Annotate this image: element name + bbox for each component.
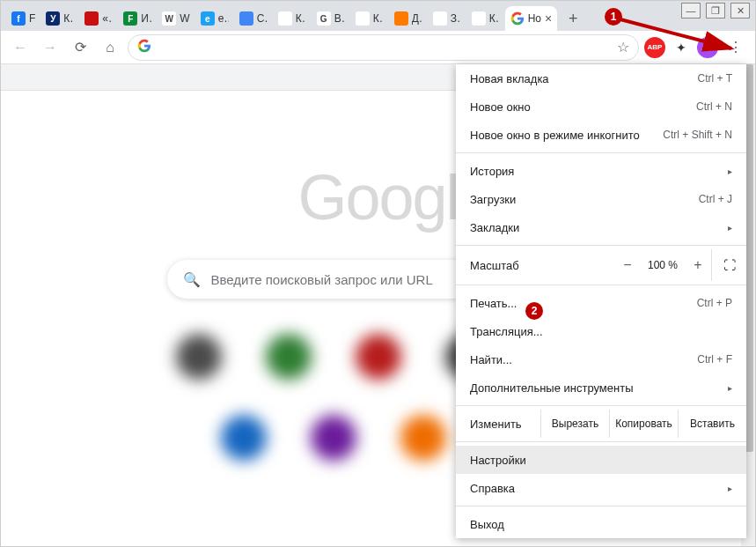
- copy-button[interactable]: Копировать: [609, 410, 678, 438]
- tab[interactable]: Ка: [350, 6, 389, 31]
- tab[interactable]: УКу: [40, 6, 79, 31]
- cut-button[interactable]: Вырезать: [540, 410, 609, 438]
- tab-label: Вс: [334, 12, 345, 25]
- favicon: F: [123, 11, 137, 26]
- tab-label: Ка: [373, 12, 384, 25]
- tab[interactable]: Ка: [273, 6, 312, 31]
- zoom-in-button[interactable]: +: [685, 257, 711, 273]
- tab[interactable]: eeT: [195, 6, 234, 31]
- tab-label: Да: [412, 12, 422, 25]
- menu-incognito[interactable]: Новое окно в режиме инкогнитоCtrl + Shif…: [456, 121, 746, 149]
- tab[interactable]: Сп: [234, 6, 273, 31]
- tab-active[interactable]: Но×: [505, 6, 558, 31]
- tab[interactable]: GВс: [312, 6, 350, 31]
- tab-label: eT: [218, 12, 229, 25]
- menu-separator: [456, 441, 746, 442]
- google-icon: [137, 39, 151, 56]
- omnibox[interactable]: ☆: [128, 34, 639, 61]
- favicon: G: [317, 11, 331, 26]
- favicon: [394, 11, 408, 26]
- menu-cast[interactable]: Трансляция...: [456, 317, 746, 345]
- favicon: e: [201, 11, 215, 26]
- tab-label: F: [29, 12, 35, 25]
- zoom-value: 100 %: [641, 259, 685, 271]
- tab-label: За: [451, 12, 461, 25]
- tab-label: Ка: [296, 12, 306, 25]
- favicon: У: [46, 11, 60, 26]
- menu-separator: [456, 152, 746, 153]
- menu-separator: [456, 245, 746, 246]
- menu-help[interactable]: Справка▸: [456, 474, 746, 502]
- tab[interactable]: Да: [389, 6, 428, 31]
- tab-label: Ка: [489, 12, 500, 25]
- tab[interactable]: fF: [6, 6, 40, 31]
- shortcut-tile[interactable]: [356, 334, 401, 380]
- paste-button[interactable]: Вставить: [678, 410, 746, 438]
- shortcut-tile[interactable]: [221, 415, 267, 461]
- chevron-right-icon: ▸: [728, 484, 732, 493]
- menu-print[interactable]: Печать...Ctrl + P: [456, 289, 746, 317]
- tab-label: Сп: [257, 12, 268, 25]
- tab-label: Но: [528, 12, 541, 25]
- home-button[interactable]: ⌂: [98, 35, 122, 60]
- favicon: [278, 11, 292, 26]
- favicon: [356, 11, 370, 26]
- annotation-2: 2: [525, 302, 543, 320]
- edit-label: Изменить: [470, 418, 540, 431]
- menu-settings[interactable]: Настройки: [456, 446, 746, 474]
- forward-button[interactable]: →: [38, 35, 62, 60]
- new-tab-button[interactable]: +: [561, 6, 585, 31]
- shortcut-tile[interactable]: [176, 334, 222, 380]
- svg-line-1: [617, 18, 731, 48]
- tab-label: Ил: [141, 12, 151, 25]
- tab[interactable]: «Т: [79, 6, 118, 31]
- annotation-arrow: [608, 10, 740, 54]
- favicon: [239, 11, 253, 26]
- search-placeholder: Введите поисковый запрос или URL: [211, 272, 433, 287]
- menu-separator: [456, 285, 746, 285]
- reload-button[interactable]: ⟳: [68, 35, 92, 60]
- favicon: [84, 11, 99, 26]
- chevron-right-icon: ▸: [728, 223, 732, 233]
- tab[interactable]: Ка: [466, 6, 505, 31]
- address-input[interactable]: [158, 41, 610, 55]
- menu-new-window[interactable]: Новое окноCtrl + N: [456, 92, 746, 121]
- zoom-out-button[interactable]: −: [614, 257, 641, 273]
- favicon: [510, 11, 525, 26]
- favicon: f: [11, 11, 26, 26]
- chevron-right-icon: ▸: [728, 383, 732, 393]
- back-button[interactable]: ←: [8, 35, 33, 60]
- google-logo: Googl: [297, 161, 458, 233]
- favicon: [433, 11, 447, 26]
- menu-history[interactable]: История▸: [456, 157, 746, 185]
- tab[interactable]: FИл: [118, 6, 157, 31]
- menu-edit: Изменить Вырезать Копировать Вставить: [456, 410, 746, 438]
- menu-find[interactable]: Найти...Ctrl + F: [456, 345, 746, 373]
- menu-new-tab[interactable]: Новая вкладкаCtrl + T: [456, 64, 746, 92]
- shortcut-tile[interactable]: [266, 334, 312, 380]
- favicon: W: [162, 11, 176, 26]
- chevron-right-icon: ▸: [728, 166, 732, 176]
- menu-zoom: Масштаб − 100 % + ⛶: [456, 249, 746, 281]
- menu-more-tools[interactable]: Дополнительные инструменты▸: [456, 373, 746, 402]
- close-tab-icon[interactable]: ×: [545, 11, 552, 26]
- tab-label: «Т: [102, 12, 113, 25]
- menu-downloads[interactable]: ЗагрузкиCtrl + J: [456, 185, 746, 213]
- menu-bookmarks[interactable]: Закладки▸: [456, 213, 746, 241]
- menu-separator: [456, 405, 746, 406]
- search-icon: 🔍: [183, 271, 201, 288]
- fullscreen-button[interactable]: ⛶: [711, 249, 746, 281]
- chrome-menu: Новая вкладкаCtrl + T Новое окноCtrl + N…: [456, 64, 746, 538]
- tab[interactable]: WW: [157, 6, 195, 31]
- tab[interactable]: За: [428, 6, 466, 31]
- annotation-1: 1: [605, 8, 622, 26]
- shortcut-tile[interactable]: [311, 415, 356, 461]
- menu-separator: [456, 506, 746, 506]
- shortcut-tile[interactable]: [400, 415, 446, 461]
- tab-label: Ку: [63, 12, 74, 25]
- zoom-label: Масштаб: [470, 259, 519, 272]
- favicon: [472, 11, 486, 26]
- menu-exit[interactable]: Выход: [456, 510, 746, 538]
- tab-label: W: [180, 12, 189, 25]
